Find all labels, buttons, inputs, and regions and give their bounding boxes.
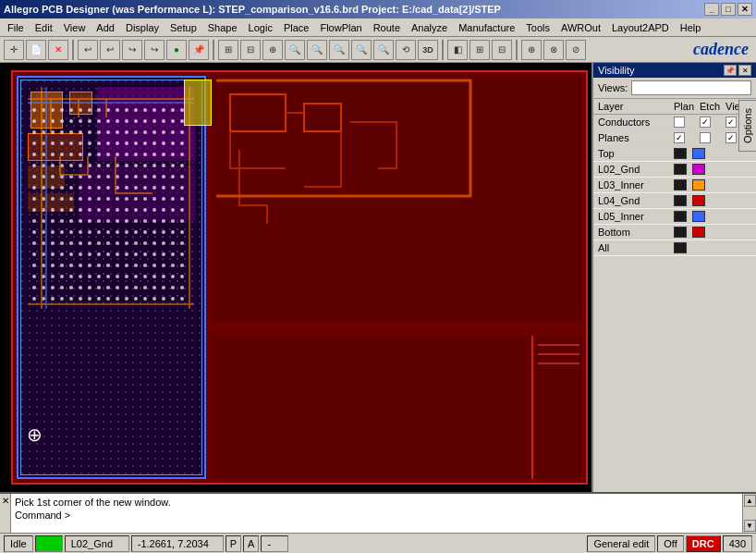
planes-plan-check[interactable]: ✓	[674, 132, 685, 143]
svg-point-191	[69, 230, 73, 234]
layer-color1-all[interactable]	[674, 242, 687, 253]
toolbar-undo2[interactable]: ↩	[100, 40, 120, 60]
vis-close-button[interactable]: ✕	[738, 65, 751, 76]
menu-shape[interactable]: Shape	[202, 20, 243, 35]
layer-name-top: Top	[598, 148, 674, 159]
svg-point-210	[88, 241, 91, 245]
menu-logic[interactable]: Logic	[243, 20, 278, 35]
toolbar-crosshair[interactable]: ✛	[4, 40, 24, 60]
svg-point-302	[152, 297, 156, 301]
menu-display[interactable]: Display	[120, 20, 165, 35]
conductors-vie-check[interactable]: ✓	[726, 117, 737, 128]
status-drc[interactable]: DRC	[686, 535, 721, 552]
toolbar-close[interactable]: ✕	[48, 40, 68, 60]
close-button[interactable]: ✕	[738, 3, 752, 16]
svg-point-25	[106, 119, 110, 123]
toolbar-redo[interactable]: ↪	[122, 40, 142, 60]
svg-point-196	[116, 230, 119, 234]
menu-tools[interactable]: Tools	[520, 20, 555, 35]
svg-point-199	[143, 230, 147, 234]
vis-pin-button[interactable]: 📌	[724, 65, 737, 76]
toolbar-layers1[interactable]: ◧	[447, 40, 468, 60]
toolbar-grid[interactable]: ⊞	[218, 40, 238, 60]
layer-color1-top[interactable]	[674, 148, 687, 159]
minimize-button[interactable]: _	[704, 3, 719, 16]
svg-point-57	[88, 141, 91, 145]
menu-layout2apd[interactable]: Layout2APD	[606, 20, 675, 35]
toolbar-undo[interactable]: ↩	[78, 40, 98, 60]
svg-point-134	[171, 186, 175, 190]
board-cutout	[212, 336, 530, 479]
svg-point-234	[152, 252, 156, 256]
menu-setup[interactable]: Setup	[165, 20, 202, 35]
toolbar-drc2[interactable]: ⊗	[543, 40, 564, 60]
scroll-down-arrow[interactable]: ▼	[744, 520, 756, 532]
scroll-up-arrow[interactable]: ▲	[744, 495, 756, 507]
svg-point-277	[79, 286, 82, 289]
status-idle: Idle	[4, 535, 33, 552]
layer-color1-l05[interactable]	[674, 211, 687, 222]
svg-point-237	[180, 252, 184, 256]
toolbar-zoom-next[interactable]: 🔍	[373, 40, 394, 60]
toolbar-3d[interactable]: 3D	[418, 40, 438, 60]
layer-color2-l05[interactable]	[692, 211, 705, 222]
toolbar-pin[interactable]: 📌	[189, 40, 209, 60]
toolbar-highlight[interactable]: ●	[166, 40, 187, 60]
conductors-plan-check[interactable]	[674, 117, 685, 128]
menu-file[interactable]: File	[2, 20, 30, 35]
layer-color2-top[interactable]	[692, 148, 705, 159]
layer-color1-bottom[interactable]	[674, 227, 687, 238]
toolbar-drc1[interactable]: ⊕	[521, 40, 542, 60]
status-mode: General edit	[587, 535, 655, 552]
menu-place[interactable]: Place	[278, 20, 315, 35]
layer-color2-l04[interactable]	[692, 195, 705, 206]
status-bar: Idle L02_Gnd -1.2661, 7.2034 P A - Gener…	[0, 533, 756, 553]
menu-flowplan[interactable]: FlowPlan	[314, 20, 367, 35]
svg-point-23	[88, 119, 91, 123]
toolbar-layers2[interactable]: ⊞	[469, 40, 490, 60]
svg-point-123	[69, 186, 73, 190]
toolbar-zoom-box[interactable]: 🔍	[329, 40, 349, 60]
layer-color1-l04[interactable]	[674, 195, 687, 206]
pcb-canvas[interactable]: ⊕	[0, 63, 591, 492]
menu-help[interactable]: Help	[675, 20, 707, 35]
svg-point-20	[60, 119, 64, 123]
svg-point-240	[51, 264, 55, 267]
options-tab[interactable]: Options	[738, 100, 756, 152]
toolbar-redo2[interactable]: ↪	[144, 40, 165, 60]
svg-point-148	[143, 197, 147, 201]
planes-etch-check[interactable]	[700, 132, 711, 143]
svg-point-262	[97, 275, 101, 278]
svg-point-229	[106, 252, 110, 256]
toolbar-zoom-fit[interactable]: ⊕	[262, 40, 283, 60]
toolbar-zoom-in[interactable]: 🔍	[285, 40, 305, 60]
toolbar-zoom-out[interactable]: 🔍	[307, 40, 327, 60]
menu-view[interactable]: View	[58, 20, 91, 35]
toolbar-zoom-prev[interactable]: 🔍	[351, 40, 372, 60]
toolbar-refresh[interactable]: ⟲	[396, 40, 416, 60]
layer-name-l02: L02_Gnd	[598, 164, 674, 175]
connector-area	[531, 336, 582, 479]
toolbar-new[interactable]: 📄	[26, 40, 46, 60]
conductors-etch-check[interactable]: ✓	[700, 117, 711, 128]
toolbar-drc3[interactable]: ⊘	[566, 40, 586, 60]
svg-point-84	[180, 153, 184, 156]
layer-color2-l03[interactable]	[692, 179, 705, 190]
planes-vie-check[interactable]: ✓	[726, 132, 737, 143]
layer-color1-l02[interactable]	[674, 164, 687, 175]
menu-edit[interactable]: Edit	[30, 20, 58, 35]
svg-point-194	[97, 230, 101, 234]
menu-route[interactable]: Route	[368, 20, 406, 35]
layer-color1-l03[interactable]	[674, 179, 687, 190]
views-input[interactable]	[631, 80, 751, 95]
menu-add[interactable]: Add	[91, 20, 120, 35]
layer-color2-l02[interactable]	[692, 164, 705, 175]
menu-manufacture[interactable]: Manufacture	[453, 20, 520, 35]
maximize-button[interactable]: □	[721, 3, 736, 16]
toolbar-grid2[interactable]: ⊟	[240, 40, 261, 60]
toolbar-layers3[interactable]: ⊟	[492, 40, 512, 60]
layer-color2-bottom[interactable]	[692, 227, 705, 238]
menu-awrout[interactable]: AWROut	[555, 20, 606, 35]
svg-point-71	[60, 153, 64, 156]
menu-analyze[interactable]: Analyze	[406, 20, 453, 35]
